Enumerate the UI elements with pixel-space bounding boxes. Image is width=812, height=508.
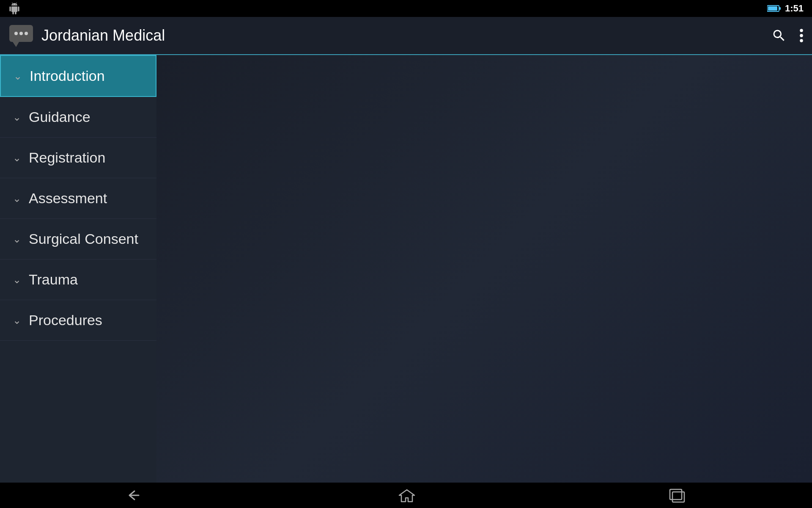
- svg-rect-2: [779, 7, 781, 10]
- sidebar-item-trauma[interactable]: ⌄ Trauma: [0, 260, 156, 300]
- svg-rect-11: [670, 489, 682, 500]
- status-bar: 1:51: [0, 0, 812, 17]
- status-bar-right: 1:51: [767, 3, 804, 14]
- recents-icon: [667, 488, 687, 503]
- battery-icon: [767, 5, 781, 12]
- chevron-down-icon-trauma: ⌄: [13, 274, 21, 286]
- chevron-down-icon-assessment: ⌄: [13, 193, 21, 204]
- svg-rect-12: [672, 492, 684, 502]
- svg-point-8: [800, 29, 803, 32]
- search-icon: [771, 28, 787, 43]
- app-bar-actions: [771, 28, 804, 43]
- status-time: 1:51: [785, 3, 804, 14]
- app-logo: [8, 24, 34, 47]
- sidebar-item-introduction[interactable]: ⌄ Introduction: [0, 55, 156, 97]
- svg-point-5: [19, 32, 23, 35]
- back-icon: [125, 488, 146, 503]
- sidebar-item-surgical-consent[interactable]: ⌄ Surgical Consent: [0, 219, 156, 260]
- home-icon: [397, 488, 417, 503]
- sidebar: ⌄ Introduction ⌄ Guidance ⌄ Registration…: [0, 55, 156, 483]
- content-area: [156, 55, 812, 483]
- main-layout: ⌄ Introduction ⌄ Guidance ⌄ Registration…: [0, 55, 812, 483]
- recents-button[interactable]: [667, 488, 687, 503]
- sidebar-item-guidance[interactable]: ⌄ Guidance: [0, 97, 156, 138]
- chevron-down-icon-surgical-consent: ⌄: [13, 233, 21, 245]
- status-bar-left: [8, 3, 20, 14]
- chevron-down-icon-registration: ⌄: [13, 152, 21, 164]
- android-icon: [8, 3, 20, 14]
- chevron-down-icon-introduction: ⌄: [14, 70, 22, 82]
- app-title: Jordanian Medical: [41, 27, 771, 44]
- chevron-down-icon-guidance: ⌄: [13, 111, 21, 123]
- sidebar-item-assessment[interactable]: ⌄ Assessment: [0, 178, 156, 219]
- sidebar-item-procedures[interactable]: ⌄ Procedures: [0, 300, 156, 341]
- chevron-down-icon-procedures: ⌄: [13, 315, 21, 326]
- bottom-nav: [0, 483, 812, 508]
- more-options-button[interactable]: [799, 28, 804, 43]
- svg-point-6: [25, 32, 28, 35]
- app-bar: Jordanian Medical: [0, 17, 812, 55]
- back-button[interactable]: [125, 488, 146, 503]
- search-button[interactable]: [771, 28, 787, 43]
- svg-rect-1: [768, 6, 777, 11]
- svg-marker-7: [13, 42, 19, 47]
- svg-point-9: [800, 34, 803, 37]
- svg-point-10: [800, 39, 803, 42]
- sidebar-item-registration[interactable]: ⌄ Registration: [0, 138, 156, 178]
- svg-point-4: [14, 32, 18, 35]
- more-options-icon: [799, 28, 804, 43]
- home-button[interactable]: [397, 488, 417, 503]
